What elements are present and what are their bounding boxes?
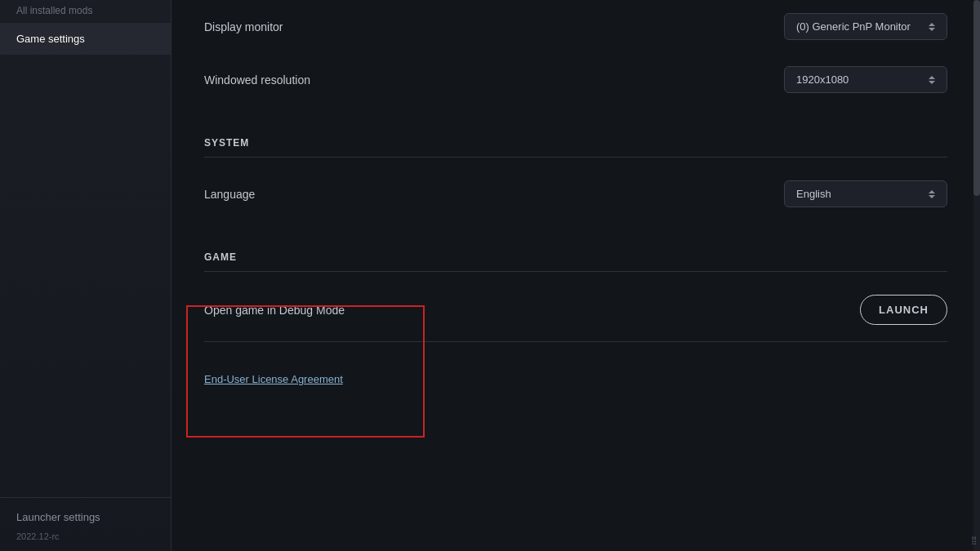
sidebar-top-clipped: All installed mods — [0, 7, 171, 23]
eula-divider — [204, 341, 947, 342]
eula-link[interactable]: End-User License Agreement — [204, 373, 343, 385]
sidebar-top: All installed mods Game settings — [0, 0, 171, 497]
eula-row: End-User License Agreement — [204, 355, 947, 394]
windowed-resolution-arrows — [929, 76, 935, 84]
game-section-divider — [204, 271, 947, 272]
chevron-down-icon — [929, 195, 935, 198]
debug-mode-row: Open game in Debug Mode LAUNCH — [204, 282, 947, 341]
game-section: GAME Open game in Debug Mode LAUNCH — [204, 232, 947, 341]
windowed-resolution-label: Windowed resolution — [204, 73, 310, 87]
chevron-down-icon — [929, 28, 935, 31]
scrollbar-thumb[interactable] — [973, 0, 980, 196]
system-section: SYSTEM Language English — [204, 118, 947, 232]
language-select[interactable]: English — [784, 180, 947, 207]
sidebar-bottom: Launcher settings 2022.12-rc — [0, 497, 171, 551]
sidebar: All installed mods Game settings Launche… — [0, 0, 172, 551]
version-label: 2022.12-rc — [16, 531, 154, 541]
language-row: Language English — [204, 167, 947, 232]
display-monitor-label: Display monitor — [204, 20, 283, 33]
sidebar-item-game-settings[interactable]: Game settings — [0, 23, 171, 55]
windowed-resolution-select[interactable]: 1920x1080 — [784, 66, 947, 93]
debug-mode-label: Open game in Debug Mode — [204, 304, 345, 317]
game-section-title: GAME — [204, 251, 947, 263]
scrollbar-track — [973, 0, 980, 551]
display-monitor-select[interactable]: (0) Generic PnP Monitor — [784, 13, 947, 40]
main-content: Display monitor (0) Generic PnP Monitor … — [172, 0, 980, 551]
display-monitor-row: Display monitor (0) Generic PnP Monitor — [204, 0, 947, 53]
chevron-up-icon — [929, 190, 935, 193]
scroll-icon: ⣿ — [971, 535, 977, 544]
language-arrows — [929, 190, 935, 198]
display-monitor-value: (0) Generic PnP Monitor — [796, 20, 911, 33]
system-section-divider — [204, 157, 947, 158]
chevron-down-icon — [929, 81, 935, 84]
content-scroll: Display monitor (0) Generic PnP Monitor … — [204, 0, 947, 394]
launch-button[interactable]: LAUNCH — [860, 295, 947, 325]
sidebar-launcher-settings[interactable]: Launcher settings — [16, 508, 154, 527]
sidebar-item-all-mods[interactable]: All installed mods — [0, 7, 109, 23]
windowed-resolution-value: 1920x1080 — [796, 73, 849, 86]
game-section-header: GAME — [204, 237, 947, 282]
system-section-header: SYSTEM — [204, 122, 947, 167]
language-value: English — [796, 188, 831, 200]
language-label: Language — [204, 188, 255, 201]
chevron-up-icon — [929, 76, 935, 79]
chevron-up-icon — [929, 23, 935, 26]
windowed-resolution-row: Windowed resolution 1920x1080 — [204, 53, 947, 118]
display-monitor-arrows — [929, 23, 935, 31]
system-section-title: SYSTEM — [204, 137, 947, 149]
